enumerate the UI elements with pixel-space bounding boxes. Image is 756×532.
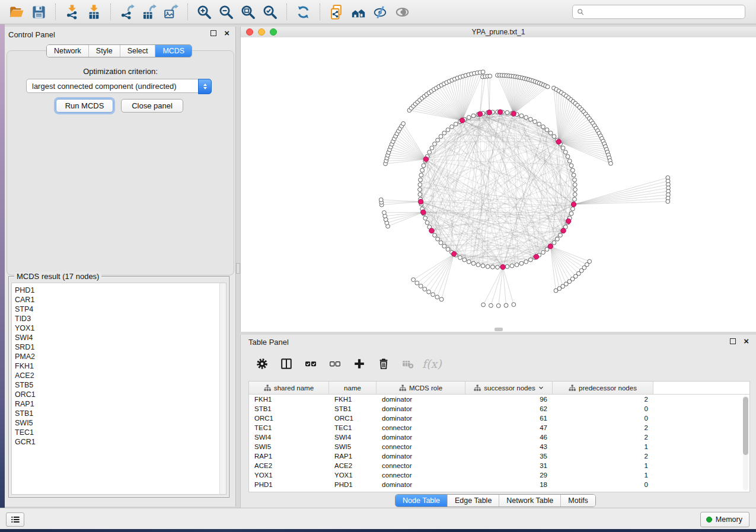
table-settings-button[interactable]	[254, 355, 270, 373]
mcds-result-item[interactable]: SWI4	[15, 333, 226, 342]
split-divider-grip[interactable]	[236, 263, 240, 274]
table-row[interactable]: SWI4SWI4dominator462	[249, 432, 749, 442]
mcds-result-item[interactable]: ORC1	[15, 390, 226, 399]
ndex-export-button[interactable]	[326, 2, 347, 21]
table-row[interactable]: FKH1FKH1dominator962	[249, 395, 749, 404]
apply-layout-button[interactable]	[292, 2, 314, 21]
tab-network[interactable]: Network	[47, 45, 89, 57]
column-header-successor_nodes[interactable]: successor nodes	[465, 382, 553, 394]
hide-graphics-details-button[interactable]	[369, 2, 391, 21]
select-all-button[interactable]	[303, 355, 318, 373]
table-cell-predecessor_nodes: 2	[553, 434, 653, 441]
combo-stepper-icon[interactable]	[198, 79, 212, 94]
table-row[interactable]: YOX1YOX1connector291	[249, 470, 749, 480]
add-column-button[interactable]	[352, 355, 367, 373]
ndex-browse-button[interactable]	[347, 2, 369, 21]
tab-motifs[interactable]: Motifs	[561, 495, 595, 507]
table-row[interactable]: RAP1RAP1dominator352	[249, 451, 749, 461]
memory-status-icon	[706, 517, 712, 523]
export-table-button[interactable]	[138, 2, 160, 21]
control-panel-title: Control Panel	[5, 27, 235, 39]
zoom-out-button[interactable]	[215, 2, 237, 21]
deselect-all-button[interactable]	[327, 355, 343, 373]
mcds-result-item[interactable]: STP4	[15, 305, 226, 314]
minimize-traffic-icon[interactable]	[258, 28, 265, 36]
mcds-result-item[interactable]: PMA2	[15, 352, 226, 361]
table-cell-predecessor_nodes: 1	[553, 462, 653, 469]
table-row[interactable]: ACE2ACE2connector311	[249, 461, 749, 470]
column-header-mcds_role[interactable]: MCDS role	[377, 382, 465, 394]
table-row[interactable]: PHD1PHD1dominator180	[249, 480, 749, 489]
tab-select[interactable]: Select	[120, 45, 156, 57]
show-graphics-details-icon	[394, 4, 410, 20]
tab-node-table[interactable]: Node Table	[395, 495, 448, 507]
save-session-button[interactable]	[28, 2, 50, 21]
zoom-in-button[interactable]	[193, 2, 215, 21]
mcds-result-item[interactable]: PHD1	[15, 286, 226, 295]
table-cell-mcds_role: dominator	[377, 481, 465, 488]
mcds-result-item[interactable]: RAP1	[15, 399, 226, 409]
close-traffic-icon[interactable]	[246, 28, 253, 36]
mcds-result-item[interactable]: SRD1	[15, 342, 226, 352]
float-window-icon[interactable]	[210, 30, 216, 36]
table-row[interactable]: STB1STB1dominator620	[249, 404, 749, 414]
mcds-result-item[interactable]: SWI5	[15, 418, 226, 428]
optimization-criterion-select[interactable]: largest connected component (undirected)	[26, 79, 212, 93]
export-image-button[interactable]	[160, 2, 182, 21]
table-cell-successor_nodes: 29	[465, 472, 553, 479]
table-cell-shared_name: YOX1	[249, 472, 329, 479]
mcds-result-item[interactable]: STB1	[15, 409, 226, 418]
close-table-panel-icon[interactable]: ×	[744, 338, 749, 344]
zoom-selected-button[interactable]	[259, 2, 281, 21]
column-header-name[interactable]: name	[329, 382, 377, 394]
table-cell-predecessor_nodes: 1	[553, 443, 653, 450]
table-cell-name: SWI4	[329, 434, 377, 441]
mcds-result-item[interactable]: ACE2	[15, 371, 226, 380]
network-hscroll-thumb[interactable]	[495, 328, 503, 331]
search-input[interactable]	[587, 7, 741, 17]
table-vscroll[interactable]	[743, 396, 748, 491]
memory-button[interactable]: Memory	[700, 512, 749, 527]
column-header-predecessor_nodes[interactable]: predecessor nodes	[553, 382, 653, 394]
table-cell-mcds_role: dominator	[377, 405, 465, 412]
show-columns-button[interactable]	[279, 355, 294, 373]
mcds-result-item[interactable]: GCR1	[15, 437, 226, 447]
task-history-button[interactable]	[6, 512, 24, 527]
tab-style[interactable]: Style	[89, 45, 120, 57]
mcds-result-item[interactable]: TEC1	[15, 428, 226, 437]
import-network-button[interactable]	[61, 2, 83, 21]
open-session-button[interactable]	[6, 2, 28, 21]
open-session-icon	[9, 4, 25, 20]
run-mcds-button[interactable]: Run MCDS	[56, 99, 113, 113]
mcds-result-item[interactable]: CAR1	[15, 295, 226, 305]
close-panel-button[interactable]: Close panel	[121, 99, 183, 113]
traffic-lights	[246, 28, 277, 36]
float-table-panel-icon[interactable]	[730, 338, 736, 344]
mcds-result-list[interactable]: PHD1CAR1STP4TID3YOX1SWI4SRD1PMA2FKH1ACE2…	[11, 283, 227, 495]
apply-layout-icon	[295, 4, 311, 20]
zoom-fit-button[interactable]	[237, 2, 259, 21]
table-cell-shared_name: TEC1	[249, 424, 329, 431]
table-cell-name: FKH1	[329, 396, 377, 403]
maximize-traffic-icon[interactable]	[270, 28, 277, 36]
import-table-button[interactable]	[83, 2, 105, 21]
mcds-result-item[interactable]: STB5	[15, 380, 226, 390]
table-vscroll-thumb[interactable]	[743, 397, 748, 455]
table-row[interactable]: SWI5SWI5connector431	[249, 442, 749, 451]
tab-edge-table[interactable]: Edge Table	[448, 495, 499, 507]
show-graphics-details-button[interactable]	[391, 2, 413, 21]
tab-network-table[interactable]: Network Table	[499, 495, 561, 507]
close-window-icon[interactable]: ×	[224, 30, 229, 36]
delete-column-button[interactable]	[376, 355, 391, 373]
mcds-result-item[interactable]: YOX1	[15, 323, 226, 333]
table-row[interactable]: ORC1ORC1dominator610	[249, 414, 749, 423]
column-header-shared_name[interactable]: shared name	[249, 382, 329, 394]
mcds-result-scrollbar[interactable]	[219, 283, 226, 494]
tab-mcds[interactable]: MCDS	[155, 45, 192, 57]
mcds-result-item[interactable]: TID3	[15, 314, 226, 323]
mcds-result-item[interactable]: FKH1	[15, 361, 226, 371]
table-row[interactable]: TEC1TEC1connector472	[249, 423, 749, 432]
network-canvas[interactable]	[241, 37, 756, 332]
search-field[interactable]	[572, 5, 745, 19]
export-network-button[interactable]	[116, 2, 138, 21]
